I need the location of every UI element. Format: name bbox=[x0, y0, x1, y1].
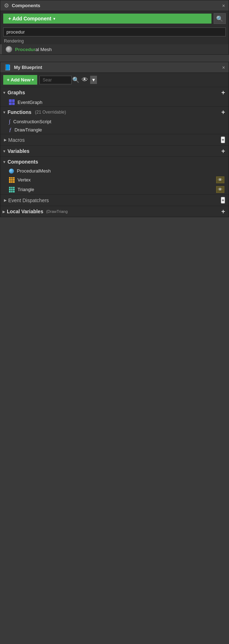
procedural-mesh-name: Procedural Mesh bbox=[15, 47, 52, 52]
components-bp-section-left: ▼ Components bbox=[3, 159, 38, 165]
local-variables-section-header[interactable]: ▶ Local Variables (DrawTriang + bbox=[0, 206, 229, 217]
variables-section-label: Variables bbox=[8, 148, 30, 154]
components-category-label: Rendering bbox=[0, 38, 229, 44]
local-variables-collapse-icon: ▶ bbox=[3, 210, 5, 214]
functions-collapse-icon: ▼ bbox=[3, 110, 6, 114]
components-title-bar: ⚙ Components × bbox=[0, 0, 229, 11]
construction-script-item[interactable]: ∫ ConstructionScript bbox=[0, 118, 229, 126]
triangle-eye-icon: 👁 bbox=[218, 187, 223, 192]
procedural-mesh-bp-item[interactable]: ProceduralMesh bbox=[0, 167, 229, 175]
event-dispatchers-section-header[interactable]: ▶ Event Dispatchers + bbox=[0, 194, 229, 206]
vertex-eye-icon: 👁 bbox=[218, 177, 223, 183]
variables-collapse-icon: ▼ bbox=[3, 149, 6, 153]
functions-add-button[interactable]: + bbox=[221, 109, 225, 115]
add-component-label: + Add Component bbox=[8, 16, 51, 21]
variables-section-header[interactable]: ▼ Variables + bbox=[0, 145, 229, 156]
procedural-mesh-bp-label: ProceduralMesh bbox=[17, 168, 51, 174]
blueprint-search-input[interactable] bbox=[39, 76, 72, 84]
blueprint-options-dropdown[interactable]: ▾ bbox=[90, 76, 97, 84]
triangle-label: Triangle bbox=[18, 187, 34, 192]
functions-section-left: ▼ Functions (21 Overridable) bbox=[3, 109, 66, 115]
search-icon: 🔍 bbox=[216, 15, 223, 22]
macros-section-label: Macros bbox=[8, 137, 25, 143]
components-bp-collapse-icon: ▼ bbox=[3, 160, 6, 164]
graphs-section-left: ▼ Graphs bbox=[3, 90, 25, 95]
vertex-item[interactable]: Vertex 👁 bbox=[0, 175, 229, 185]
components-panel-close[interactable]: × bbox=[222, 3, 225, 9]
local-variables-section-label: Local Variables bbox=[7, 209, 43, 214]
vertex-eye-button[interactable]: 👁 bbox=[216, 176, 224, 183]
event-dispatchers-collapse-icon: ▶ bbox=[4, 198, 7, 202]
components-panel-icon: ⚙ bbox=[4, 2, 9, 9]
event-graph-item[interactable]: EventGraph bbox=[0, 98, 229, 106]
event-dispatchers-section-label: Event Dispatchers bbox=[8, 198, 49, 203]
components-bp-section-header[interactable]: ▼ Components bbox=[0, 156, 229, 167]
vertex-label: Vertex bbox=[18, 177, 31, 183]
add-new-button[interactable]: + Add New ▾ bbox=[3, 75, 37, 85]
graphs-section-header[interactable]: ▼ Graphs + bbox=[0, 87, 229, 98]
event-graph-icon bbox=[9, 99, 15, 105]
triangle-item[interactable]: Triangle 👁 bbox=[0, 185, 229, 194]
eye-icon: 👁 bbox=[82, 76, 88, 83]
graphs-add-button[interactable]: + bbox=[221, 89, 225, 96]
my-blueprint-panel-title: My Blueprint bbox=[14, 65, 219, 70]
variables-section-left: ▼ Variables bbox=[3, 148, 29, 154]
components-search-input[interactable] bbox=[3, 28, 226, 36]
variables-add-button[interactable]: + bbox=[221, 148, 225, 154]
my-blueprint-panel-close[interactable]: × bbox=[222, 65, 225, 70]
options-arrow: ▾ bbox=[92, 77, 95, 83]
add-new-dropdown-arrow: ▾ bbox=[32, 78, 34, 82]
blueprint-visibility-eye-button[interactable]: 👁 bbox=[82, 76, 88, 84]
panel-spacer bbox=[0, 57, 229, 62]
my-blueprint-toolbar: + Add New ▾ 🔍 👁 ▾ bbox=[0, 73, 229, 87]
add-component-dropdown-arrow: ▾ bbox=[53, 17, 55, 21]
components-search-row bbox=[0, 26, 229, 38]
draw-triangle-icon: ƒ bbox=[9, 127, 12, 133]
procedural-mesh-item[interactable]: Procedural Mesh bbox=[0, 44, 229, 54]
vertex-icon bbox=[9, 177, 15, 183]
components-search-icon-button[interactable]: 🔍 bbox=[214, 13, 226, 24]
triangle-eye-button[interactable]: 👁 bbox=[216, 186, 224, 193]
my-blueprint-title-bar: 📘 My Blueprint × bbox=[0, 62, 229, 73]
functions-section-header[interactable]: ▼ Functions (21 Overridable) + bbox=[0, 106, 229, 118]
functions-section-label: Functions bbox=[8, 109, 31, 115]
components-panel: ⚙ Components × + Add Component ▾ 🔍 Rende… bbox=[0, 0, 229, 55]
highlight-text: Procedur bbox=[15, 47, 35, 52]
macros-add-button[interactable]: + bbox=[221, 136, 225, 143]
my-blueprint-panel: 📘 My Blueprint × + Add New ▾ 🔍 👁 ▾ ▼ Gra… bbox=[0, 62, 229, 217]
macros-collapse-icon: ▶ bbox=[4, 138, 7, 142]
construction-script-icon: ∫ bbox=[9, 119, 10, 124]
procedural-mesh-bp-icon bbox=[9, 169, 14, 174]
graphs-collapse-icon: ▼ bbox=[3, 91, 6, 95]
draw-triangle-label: DrawTriangle bbox=[15, 127, 42, 133]
blueprint-panel-icon: 📘 bbox=[4, 64, 11, 71]
components-bp-section-label: Components bbox=[8, 159, 38, 165]
add-new-label: + Add New bbox=[7, 77, 30, 83]
event-graph-label: EventGraph bbox=[18, 100, 42, 105]
event-dispatchers-add-button[interactable]: + bbox=[221, 197, 225, 204]
functions-section-count: (21 Overridable) bbox=[35, 110, 66, 115]
draw-triangle-item[interactable]: ƒ DrawTriangle bbox=[0, 126, 229, 134]
components-panel-title: Components bbox=[12, 3, 219, 8]
macros-section-header[interactable]: ▶ Macros + bbox=[0, 134, 229, 145]
triangle-icon bbox=[9, 187, 15, 193]
local-variables-add-button[interactable]: + bbox=[221, 208, 225, 215]
local-variables-section-left: ▶ Local Variables (DrawTriang bbox=[3, 209, 68, 214]
local-variables-suffix: (DrawTriang bbox=[46, 209, 68, 214]
graphs-section-label: Graphs bbox=[8, 90, 25, 95]
components-toolbar: + Add Component ▾ 🔍 bbox=[0, 11, 229, 26]
construction-script-label: ConstructionScript bbox=[13, 119, 51, 124]
blueprint-search-icon: 🔍 bbox=[72, 76, 79, 83]
add-component-button[interactable]: + Add Component ▾ bbox=[3, 14, 211, 24]
procedural-mesh-icon bbox=[6, 46, 12, 53]
